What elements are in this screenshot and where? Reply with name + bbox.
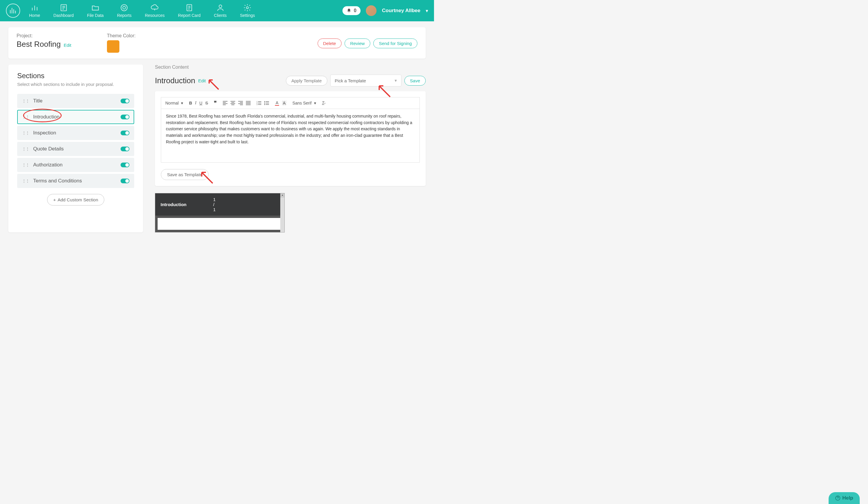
nav-reportcard[interactable]: Report Card <box>178 3 200 18</box>
section-item-authorization[interactable]: ⋮⋮ Authorization <box>17 158 134 172</box>
document-icon <box>185 3 194 12</box>
pdf-title: Introduction <box>161 202 186 207</box>
section-name: Terms and Conditions <box>33 178 116 184</box>
bullet-list-icon[interactable] <box>264 101 269 105</box>
ordered-list-icon[interactable]: 123 <box>257 101 261 105</box>
nav-reports[interactable]: Reports <box>117 3 132 18</box>
folder-icon <box>91 3 100 12</box>
section-toggle[interactable] <box>121 147 130 151</box>
nav-label: Reports <box>117 13 132 18</box>
user-menu-chevron-icon[interactable]: ▾ <box>426 8 428 14</box>
section-toggle[interactable] <box>121 162 130 167</box>
caret-icon: ▾ <box>181 101 183 105</box>
drag-handle-icon[interactable]: ⋮⋮ <box>22 130 29 135</box>
editor-body[interactable]: Since 1978, Best Roofing has served Sout… <box>161 109 420 162</box>
logo-bars-icon <box>9 7 17 15</box>
logo[interactable] <box>6 3 20 18</box>
delete-button[interactable]: Delete <box>318 39 342 48</box>
section-toggle[interactable] <box>121 98 130 103</box>
user-name[interactable]: Courtney Allbee <box>382 8 420 14</box>
theme-color-swatch[interactable] <box>107 40 120 53</box>
content-title: Introduction <box>155 76 195 85</box>
nav-label: Home <box>29 13 40 18</box>
scroll-up-icon[interactable]: ▴ <box>280 193 285 198</box>
underline-button[interactable]: U <box>199 101 202 105</box>
align-center-icon[interactable] <box>230 101 235 105</box>
bell-icon <box>347 8 351 13</box>
nav-filedata[interactable]: File Data <box>87 3 104 18</box>
content-edit-link[interactable]: Edit <box>198 78 206 83</box>
content-label: Section Content <box>155 65 426 70</box>
drag-handle-icon[interactable]: ⋮⋮ <box>22 98 29 103</box>
nav-dashboard[interactable]: Dashboard <box>53 3 74 18</box>
nav-label: Report Card <box>178 13 200 18</box>
svg-text:3: 3 <box>257 104 257 105</box>
project-edit-link[interactable]: Edit <box>64 43 71 48</box>
format-select[interactable]: Normal ▾ <box>165 101 183 105</box>
bold-button[interactable]: B <box>189 101 192 105</box>
editor-toolbar: Normal ▾ B I U S ❞ <box>161 97 420 109</box>
clear-format-button[interactable]: Tx <box>322 101 326 105</box>
svg-point-1 <box>121 5 127 11</box>
align-left-icon[interactable] <box>223 101 228 105</box>
sections-panel: Sections Select which sections to includ… <box>8 65 143 232</box>
align-justify-icon[interactable] <box>246 101 251 105</box>
nav-clients[interactable]: Clients <box>214 3 227 18</box>
content-panel: Section Content Introduction Edit Apply … <box>155 65 426 232</box>
caret-icon: ▾ <box>314 101 316 105</box>
bg-color-button[interactable]: A <box>282 101 287 105</box>
section-toggle[interactable] <box>121 130 130 135</box>
drag-handle-icon[interactable]: ⋮⋮ <box>22 147 29 151</box>
apply-template-button[interactable]: Apply Template <box>286 76 327 86</box>
review-button[interactable]: Review <box>344 39 370 48</box>
strike-button[interactable]: S <box>205 101 208 105</box>
user-icon <box>216 3 225 12</box>
send-signing-button[interactable]: Send for Signing <box>373 39 417 48</box>
section-item-introduction[interactable]: ⋮⋮ Introduction <box>17 110 134 124</box>
align-right-icon[interactable] <box>238 101 243 105</box>
project-label: Project: <box>17 33 71 39</box>
nav-settings[interactable]: Settings <box>240 3 255 18</box>
target-icon <box>120 3 128 12</box>
project-header-card: Project: Best Roofing Edit Theme Color: … <box>8 27 426 59</box>
pdf-page: 1 / 1 <box>213 197 215 212</box>
theme-label: Theme Color: <box>107 33 136 39</box>
section-item-title[interactable]: ⋮⋮ Title <box>17 94 134 108</box>
section-name: Inspection <box>33 130 116 136</box>
section-item-quote[interactable]: ⋮⋮ Quote Details <box>17 142 134 156</box>
project-name: Best Roofing <box>17 40 61 49</box>
section-name: Authorization <box>33 162 116 168</box>
template-select[interactable]: Pick a Template ▾ <box>330 75 401 86</box>
drag-handle-icon[interactable]: ⋮⋮ <box>22 162 29 167</box>
save-button[interactable]: Save <box>404 76 426 86</box>
text-color-button[interactable]: A <box>275 101 279 106</box>
add-section-label: Add Custom Section <box>58 197 99 202</box>
font-select[interactable]: Sans Serif ▾ <box>292 101 316 105</box>
notif-count: 0 <box>354 8 356 13</box>
drag-handle-icon[interactable]: ⋮⋮ <box>22 179 29 183</box>
nav-label: Resources <box>145 13 165 18</box>
add-custom-section-button[interactable]: + Add Custom Section <box>47 194 105 206</box>
drag-handle-icon[interactable]: ⋮⋮ <box>22 115 29 119</box>
section-item-terms[interactable]: ⋮⋮ Terms and Conditions <box>17 174 134 188</box>
cloud-icon <box>151 3 159 12</box>
annotation-arrow <box>207 77 220 91</box>
notifications-badge[interactable]: 0 <box>342 6 361 15</box>
save-as-template-button[interactable]: Save as Template <box>161 169 208 180</box>
section-item-inspection[interactable]: ⋮⋮ Inspection <box>17 126 134 140</box>
italic-button[interactable]: I <box>195 101 196 105</box>
nav-home[interactable]: Home <box>29 3 40 18</box>
section-toggle[interactable] <box>121 115 130 119</box>
checklist-icon <box>60 3 68 12</box>
user-avatar[interactable] <box>366 5 376 16</box>
svg-point-4 <box>219 5 221 8</box>
format-value: Normal <box>165 101 179 105</box>
pdf-scrollbar[interactable]: ▴ <box>280 193 285 232</box>
section-toggle[interactable] <box>121 179 130 183</box>
font-value: Sans Serif <box>292 101 312 105</box>
nav-resources[interactable]: Resources <box>145 3 165 18</box>
quote-button[interactable]: ❞ <box>214 100 217 106</box>
template-select-label: Pick a Template <box>335 78 366 83</box>
svg-point-10 <box>264 103 265 104</box>
nav-label: Settings <box>240 13 255 18</box>
